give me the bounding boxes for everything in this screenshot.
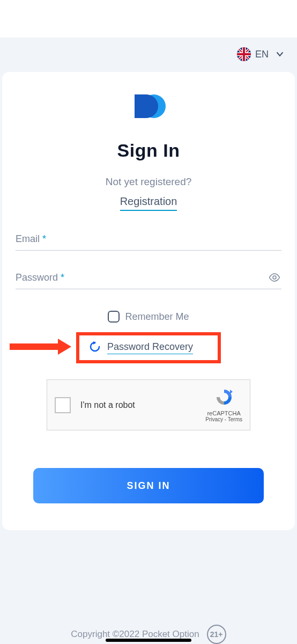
password-field[interactable]: Password * [16, 272, 281, 289]
recaptcha-branding: reCAPTCHA Privacy - Terms [205, 387, 242, 422]
copyright: Copyright ©2022 Pocket Option [71, 629, 199, 640]
svg-point-2 [273, 276, 276, 279]
recaptcha-label: I'm not a robot [80, 400, 205, 410]
recaptcha-widget[interactable]: I'm not a robot reCAPTCHA Privacy - Term… [47, 379, 250, 430]
arrow-icon [10, 339, 71, 357]
chevron-down-icon [276, 50, 284, 58]
password-recovery-highlight: Password Recovery [76, 332, 221, 363]
remember-label: Remember Me [125, 311, 189, 323]
email-field[interactable]: Email * [16, 233, 281, 251]
remember-me-row: Remember Me [16, 311, 281, 323]
email-label: Email * [16, 233, 46, 244]
uk-flag-icon [237, 47, 251, 61]
signin-button[interactable]: SIGN IN [33, 468, 264, 503]
page-title: Sign In [16, 140, 281, 161]
svg-marker-4 [58, 339, 71, 355]
logo-icon [16, 93, 281, 121]
lang-label: EN [255, 49, 269, 60]
password-label: Password * [16, 272, 64, 283]
eye-icon[interactable] [269, 273, 280, 284]
remember-checkbox[interactable] [108, 311, 120, 323]
password-recovery-link[interactable]: Password Recovery [107, 341, 193, 354]
recaptcha-checkbox[interactable] [55, 397, 71, 413]
registration-link[interactable]: Registration [120, 195, 177, 211]
home-indicator [106, 639, 191, 642]
subtitle: Not yet registered? [16, 176, 281, 188]
signin-card: Sign In Not yet registered? Registration… [2, 72, 295, 530]
age-badge: 21+ [207, 625, 226, 644]
recovery-icon [89, 341, 101, 355]
recaptcha-icon [214, 387, 234, 407]
svg-marker-6 [230, 390, 233, 394]
language-selector[interactable]: EN [0, 38, 297, 67]
status-bar-spacer [0, 0, 297, 38]
